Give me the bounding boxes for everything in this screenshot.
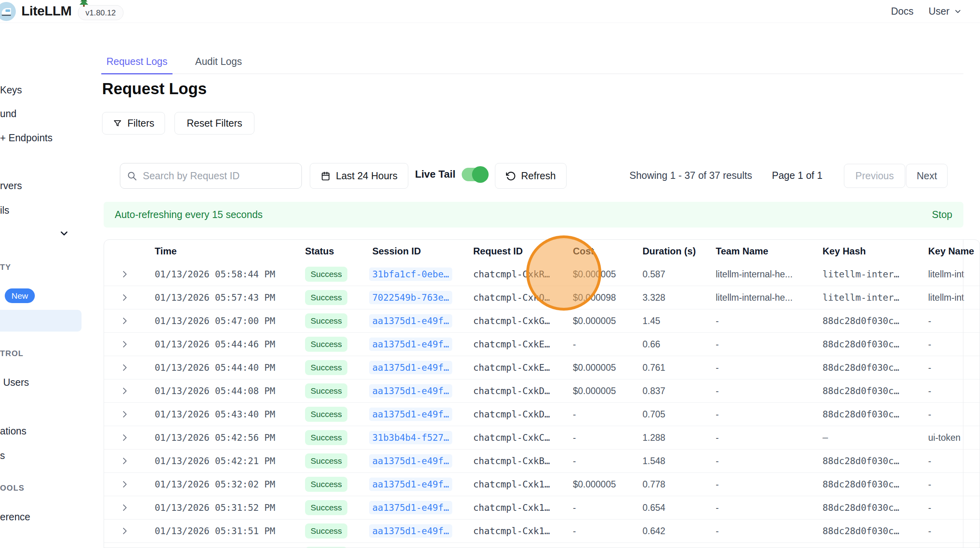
header-session-id: Session ID: [363, 246, 464, 257]
litellm-app: LiteLLM v1.80.12 Docs User New Keysund+ …: [0, 0, 980, 548]
session-id-link[interactable]: 31b3b4b4-f527…: [369, 431, 452, 444]
time-range-label: Last 24 Hours: [336, 170, 398, 182]
cell-cost: -: [563, 456, 633, 466]
table-row[interactable]: 01/13/2026 05:44:40 PMSuccessaa1375d1-e4…: [104, 356, 980, 379]
session-id-link[interactable]: aa1375d1-e49f…: [369, 454, 452, 468]
session-id-link[interactable]: 7022549b-763e…: [369, 291, 452, 304]
sidebar-collapse-chevron-icon[interactable]: [59, 228, 70, 239]
refresh-label: Refresh: [521, 170, 556, 182]
expand-chevron-icon[interactable]: [120, 410, 129, 419]
brand-title[interactable]: LiteLLM: [21, 3, 72, 19]
cell-status: Success: [296, 313, 363, 328]
auto-refresh-text: Auto-refreshing every 15 seconds: [115, 209, 263, 220]
cell-time: 01/13/2026 05:31:51 PM: [145, 526, 296, 536]
status-badge: Success: [305, 337, 347, 351]
sidebar-item-keys[interactable]: Keys: [0, 84, 22, 96]
refresh-button[interactable]: Refresh: [495, 163, 567, 189]
expand-chevron-icon[interactable]: [120, 386, 129, 396]
user-menu[interactable]: User: [929, 6, 962, 17]
table-row[interactable]: 01/13/2026 05:44:46 PMSuccessaa1375d1-e4…: [104, 333, 980, 356]
session-id-link[interactable]: aa1375d1-e49f…: [369, 384, 452, 398]
stop-auto-refresh-link[interactable]: Stop: [932, 209, 952, 220]
cell-team-name: litellm-internal-he...: [706, 292, 813, 303]
session-id-link[interactable]: aa1375d1-e49f…: [369, 361, 452, 374]
sidebar-item-ations[interactable]: ations: [0, 425, 27, 437]
cell-duration: 0.587: [633, 269, 706, 280]
cell-duration: 1.288: [633, 432, 706, 443]
time-range-button[interactable]: Last 24 Hours: [310, 163, 408, 189]
expand-chevron-icon[interactable]: [120, 503, 129, 512]
page-title: Request Logs: [102, 79, 207, 98]
cell-status: Success: [296, 407, 363, 421]
table-row[interactable]: 01/13/2026 05:31:52 PMSuccessaa1375d1-e4…: [104, 496, 980, 520]
header-key-name: Key Name: [919, 246, 980, 257]
docs-link[interactable]: Docs: [891, 6, 914, 17]
expand-chevron-icon[interactable]: [120, 293, 129, 302]
next-page-button[interactable]: Next: [906, 164, 948, 188]
cell-key-hash: –: [813, 432, 919, 443]
session-id-link[interactable]: aa1375d1-e49f…: [369, 314, 452, 328]
expand-chevron-icon[interactable]: [120, 339, 129, 349]
session-id-link[interactable]: aa1375d1-e49f…: [369, 408, 452, 421]
expand-chevron-icon[interactable]: [120, 456, 129, 466]
cell-cost: -: [563, 339, 633, 350]
cell-team-name: -: [706, 362, 813, 373]
cell-expander: [104, 316, 145, 326]
cell-cost: $0.000005: [563, 269, 633, 280]
sidebar-item-s[interactable]: s: [0, 449, 5, 461]
table-row[interactable]: 01/13/2026 05:42:56 PMSuccess31b3b4b4-f5…: [104, 426, 980, 449]
tab-audit-logs[interactable]: Audit Logs: [190, 56, 247, 74]
sidebar-section-ty: TY: [0, 262, 11, 272]
table-row[interactable]: 01/13/2026 05:44:08 PMSuccessaa1375d1-e4…: [104, 379, 980, 403]
cell-expander: [104, 526, 145, 536]
table-row[interactable]: 01/13/2026 05:57:43 PMSuccess7022549b-76…: [104, 286, 980, 309]
table-row[interactable]: 01/13/2026 05:31:51 PMSuccessaa1375d1-e4…: [104, 520, 980, 543]
cell-duration: 0.837: [633, 386, 706, 396]
sidebar-item-selected[interactable]: [0, 310, 82, 332]
session-id-link[interactable]: aa1375d1-e49f…: [369, 501, 452, 514]
sidebar-item-erence[interactable]: erence: [0, 511, 30, 523]
live-tail-toggle[interactable]: [462, 168, 486, 181]
reset-filters-button[interactable]: Reset Filters: [174, 112, 254, 135]
new-badge: New: [5, 288, 35, 303]
cell-expander: [104, 293, 145, 302]
cell-key-name: -: [919, 409, 980, 420]
sidebar-item-ils[interactable]: ils: [0, 204, 9, 216]
table-row[interactable]: 01/13/2026 05:42:21 PMSuccessaa1375d1-e4…: [104, 449, 980, 473]
session-id-link[interactable]: 31bfa1cf-0ebe…: [369, 267, 452, 281]
sidebar-item-und[interactable]: und: [0, 108, 17, 119]
cell-duration: 0.778: [633, 479, 706, 490]
table-row[interactable]: 01/13/2026 05:32:02 PMSuccessaa1375d1-e4…: [104, 473, 980, 496]
filters-button[interactable]: Filters: [102, 112, 165, 135]
sidebar-section-trol: TROL: [0, 349, 24, 358]
cell-key-hash: 88dc28d0f030c…: [813, 456, 919, 466]
session-id-link[interactable]: aa1375d1-e49f…: [369, 478, 452, 491]
cell-team-name: -: [706, 386, 813, 396]
cell-key-name: -: [919, 339, 980, 350]
expand-chevron-icon[interactable]: [120, 480, 129, 489]
expand-chevron-icon[interactable]: [120, 316, 129, 326]
cell-status: Success: [296, 290, 363, 305]
sidebar-item-endpoints[interactable]: + Endpoints: [0, 132, 53, 144]
sidebar-item-rvers[interactable]: rvers: [0, 180, 22, 192]
cell-expander: [104, 503, 145, 512]
table-row[interactable]: 01/13/2026 05:43:40 PMSuccessaa1375d1-e4…: [104, 403, 980, 426]
previous-page-button[interactable]: Previous: [844, 164, 905, 188]
cell-key-name: -: [919, 316, 980, 326]
sidebar-item-users[interactable]: Users: [3, 376, 29, 388]
table-row[interactable]: 01/13/2026 05:47:00 PMSuccessaa1375d1-e4…: [104, 309, 980, 333]
status-badge: Success: [305, 290, 347, 305]
expand-chevron-icon[interactable]: [120, 433, 129, 442]
expand-chevron-icon[interactable]: [120, 269, 129, 279]
table-row[interactable]: 01/13/2026 05:58:44 PMSuccess31bfa1cf-0e…: [104, 263, 980, 286]
search-input[interactable]: [142, 170, 295, 182]
logs-tabs: Request Logs Audit Logs: [101, 51, 963, 74]
litellm-logo[interactable]: [0, 2, 16, 21]
expand-chevron-icon[interactable]: [120, 526, 129, 536]
expand-chevron-icon[interactable]: [120, 363, 129, 372]
sidebar-nav: New Keysund+ EndpointsrversilsTYTROLUser…: [0, 23, 101, 548]
table-row[interactable]: 01/13/2026 05:31:38 PMSuccessaa1375d1-e4…: [104, 543, 980, 548]
session-id-link[interactable]: aa1375d1-e49f…: [369, 524, 452, 538]
session-id-link[interactable]: aa1375d1-e49f…: [369, 338, 452, 351]
tab-request-logs[interactable]: Request Logs: [101, 56, 172, 74]
